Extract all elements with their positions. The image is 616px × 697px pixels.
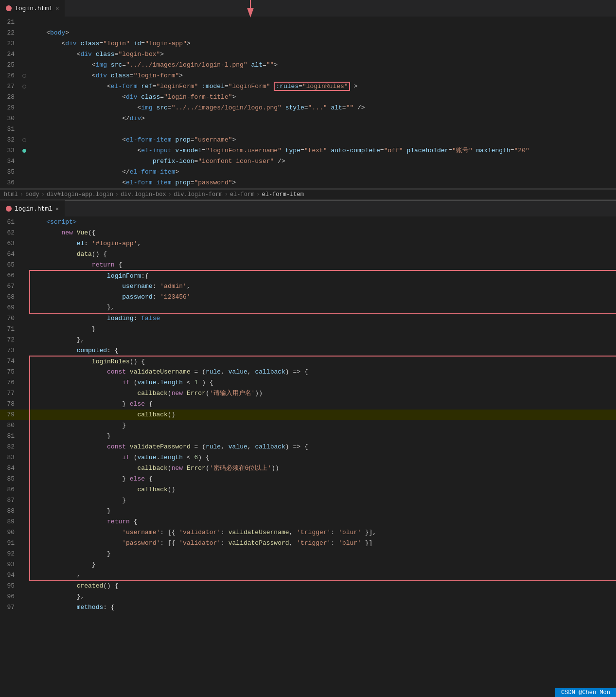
code-line-97: 97 methods: { [0, 602, 616, 613]
code-line-33: 33 <el-input v-model="loginForm.username… [0, 145, 616, 156]
top-code-area: 21 22 <body> 23 <div class="login" id="l… [0, 17, 616, 189]
code-line-92: 92 } [0, 549, 616, 559]
code-line-80: 80 } [0, 420, 616, 431]
code-line-62: 62 new Vue({ [0, 228, 616, 238]
code-line-34: 34 prefix-icon="iconfont icon-user" /> [0, 156, 616, 167]
code-line-65: 65 return { [0, 260, 616, 270]
code-line-30: 30 </div> [0, 113, 616, 124]
code-line-67: 67 username: 'admin', [0, 281, 616, 292]
code-line-83: 83 if (value.length < 6) { [0, 452, 616, 463]
code-line-88: 88 } [0, 506, 616, 517]
tab-login-html-top[interactable]: login.html ✕ [0, 0, 65, 17]
code-line-72: 72 }, [0, 335, 616, 345]
code-line-84: 84 callback(new Error('密码必须在6位以上')) [0, 463, 616, 474]
code-line-95: 95 created() { [0, 581, 616, 591]
code-line-78: 78 } else { [0, 399, 616, 410]
breadcrumb: html › body › div#login-app.login › div.… [0, 189, 616, 200]
code-line-93: 93 } [0, 559, 616, 570]
status-bar: CSDN @Chen Mon [555, 688, 616, 697]
code-line-26: 26 <div class="login-form"> [0, 71, 616, 81]
code-line-90: 90 'username': [{ 'validator': validateU… [0, 527, 616, 538]
editor-container: login.html ✕ 21 22 <body> 23 [0, 0, 616, 613]
code-line-76: 76 if (value.length < 1 ) { [0, 377, 616, 388]
code-line-86: 86 callback() [0, 484, 616, 495]
code-line-96: 96 }, [0, 591, 616, 602]
code-line-32: 32 <el-form-item prop="username"> [0, 135, 616, 145]
code-line-91: 91 'password': [{ 'validator': validateP… [0, 538, 616, 549]
code-line-89: 89 return { [0, 517, 616, 527]
top-tab-bar: login.html ✕ [0, 0, 616, 17]
code-line-66: 66 loginForm:{ [0, 270, 616, 281]
top-pane: 21 22 <body> 23 <div class="login" id="l… [0, 17, 616, 200]
code-line-61: 61 <script> [0, 217, 616, 228]
code-line-79: 79 callback() [0, 410, 616, 420]
code-line-87: 87 } [0, 495, 616, 506]
bottom-tab-bar: login.html ✕ [0, 200, 616, 217]
code-line-68: 68 password: '123456' [0, 292, 616, 303]
code-line-35: 35 </el-form-item> [0, 167, 616, 178]
code-line-31: 31 [0, 124, 616, 135]
code-line-74: 74 loginRules() { [0, 356, 616, 367]
bottom-pane: 61 <script> 62 new Vue({ 63 el: '#login-… [0, 217, 616, 613]
close-icon-top[interactable]: ✕ [55, 5, 59, 12]
code-line-71: 71 } [0, 324, 616, 335]
code-line-22: 22 <body> [0, 28, 616, 38]
code-line-82: 82 const validatePassword = (rule, value… [0, 442, 616, 452]
code-line-21: 21 [0, 17, 616, 28]
tab-label-top: login.html [15, 5, 53, 12]
code-line-36: 36 <el-form item prop="password"> [0, 178, 616, 188]
code-line-77: 77 callback(new Error('请输入用户名')) [0, 388, 616, 399]
code-line-28: 28 <div class="login-form-title"> [0, 92, 616, 103]
code-line-94: 94 , [0, 570, 616, 581]
close-icon-bottom[interactable]: ✕ [55, 205, 59, 213]
code-line-63: 63 el: '#login-app', [0, 238, 616, 249]
status-text: CSDN @Chen Mon [561, 689, 610, 696]
bottom-code-area: 61 <script> 62 new Vue({ 63 el: '#login-… [0, 217, 616, 613]
tab-login-html-bottom[interactable]: login.html ✕ [0, 200, 65, 217]
code-line-73: 73 computed: { [0, 345, 616, 356]
code-line-69: 69 }, [0, 303, 616, 313]
code-line-24: 24 <div class="login-box"> [0, 49, 616, 60]
file-icon [6, 5, 12, 11]
code-line-70: 70 loading: false [0, 313, 616, 324]
tab-label-bottom: login.html [15, 205, 53, 213]
code-line-29: 29 <img src="../../images/login/logo.png… [0, 103, 616, 113]
code-line-27: 27 <el-form ref="loginForm" :model="logi… [0, 81, 616, 92]
code-line-75: 75 const validateUsername = (rule, value… [0, 367, 616, 377]
code-line-81: 81 } [0, 431, 616, 442]
code-line-85: 85 } else { [0, 474, 616, 484]
file-icon-bottom [6, 206, 12, 212]
code-line-64: 64 data() { [0, 249, 616, 260]
code-line-23: 23 <div class="login" id="login-app"> [0, 38, 616, 49]
code-line-25: 25 <img src="../../images/login/login-l.… [0, 60, 616, 71]
